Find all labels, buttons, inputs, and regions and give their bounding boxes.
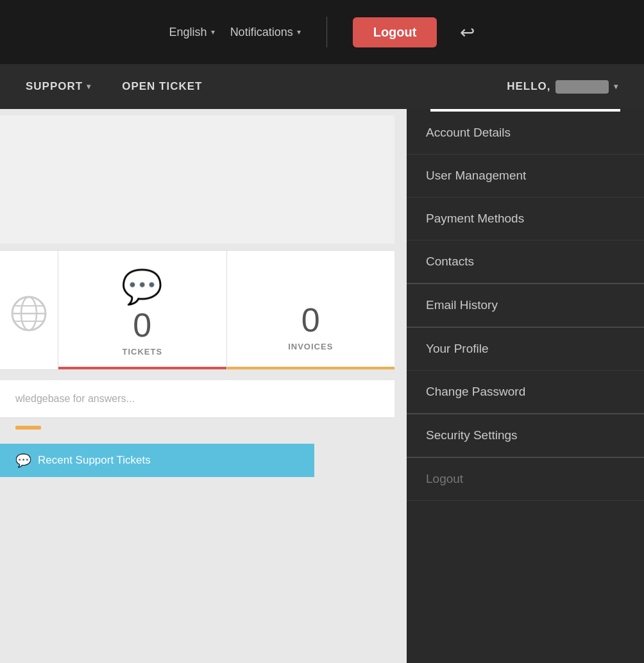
logout-button[interactable]: Logout xyxy=(353,17,437,47)
dropdown-item-change-password[interactable]: Change Password xyxy=(407,371,644,414)
search-placeholder-text: wledgebase for answers... xyxy=(15,393,135,404)
your-profile-label: Your Profile xyxy=(426,342,489,356)
notifications-chevron-icon: ▾ xyxy=(297,28,301,37)
account-details-label: Account Details xyxy=(426,126,511,140)
user-management-label: User Management xyxy=(426,169,526,183)
invoices-count: 0 xyxy=(301,303,320,337)
tickets-card: 💬 0 TICKETS xyxy=(58,251,227,369)
invoices-card: 0 INVOICES xyxy=(227,251,395,369)
dropdown-item-payment-methods[interactable]: Payment Methods xyxy=(407,197,644,240)
globe-card xyxy=(0,251,58,369)
user-menu-chevron-icon: ▾ xyxy=(614,82,618,91)
top-bar-divider xyxy=(326,17,327,47)
invoices-label: INVOICES xyxy=(288,342,333,351)
email-history-label: Email History xyxy=(426,298,498,312)
stats-area xyxy=(0,115,394,244)
notifications-button[interactable]: Notifications ▾ xyxy=(230,26,301,39)
nav-left: SUPPORT ▾ OPEN TICKET xyxy=(26,80,202,93)
dropdown-logout-label: Logout xyxy=(426,472,463,486)
language-label: English xyxy=(169,26,207,39)
invoices-bar xyxy=(227,367,395,369)
user-dropdown-menu: Account Details User Management Payment … xyxy=(407,109,644,663)
recent-tickets-label: Recent Support Tickets xyxy=(38,454,151,467)
language-chevron-icon: ▾ xyxy=(211,28,215,37)
support-label: SUPPORT xyxy=(26,80,83,93)
language-button[interactable]: English ▾ xyxy=(169,26,215,39)
orange-indicator-row xyxy=(0,418,394,437)
notifications-label: Notifications xyxy=(230,26,293,39)
hello-user-button[interactable]: HELLO, ████ ▾ xyxy=(507,80,618,94)
change-password-label: Change Password xyxy=(426,385,525,399)
dropdown-item-account-details[interactable]: Account Details xyxy=(407,112,644,155)
open-ticket-label: OPEN TICKET xyxy=(122,80,202,93)
dropdown-item-contacts[interactable]: Contacts xyxy=(407,240,644,283)
dropdown-item-your-profile[interactable]: Your Profile xyxy=(407,327,644,371)
top-bar: English ▾ Notifications ▾ Logout ↩ xyxy=(0,0,644,64)
open-ticket-button[interactable]: OPEN TICKET xyxy=(122,80,202,93)
support-menu-button[interactable]: SUPPORT ▾ xyxy=(26,80,91,93)
cards-row: 💬 0 TICKETS 0 INVOICES xyxy=(0,250,394,370)
orange-indicator xyxy=(15,426,41,430)
dropdown-item-logout[interactable]: Logout xyxy=(407,457,644,501)
dropdown-item-security-settings[interactable]: Security Settings xyxy=(407,414,644,457)
support-chevron-icon: ▾ xyxy=(87,82,91,91)
top-bar-left: English ▾ Notifications ▾ Logout ↩ xyxy=(169,17,475,47)
tickets-label: TICKETS xyxy=(122,347,162,357)
contacts-label: Contacts xyxy=(426,255,474,269)
globe-icon xyxy=(10,294,48,333)
dropdown-item-email-history[interactable]: Email History xyxy=(407,283,644,327)
nav-bar: SUPPORT ▾ OPEN TICKET HELLO, ████ ▾ xyxy=(0,64,644,109)
main-content: 💬 0 TICKETS 0 INVOICES wledgebase for an… xyxy=(0,109,644,663)
dropdown-item-user-management[interactable]: User Management xyxy=(407,155,644,197)
security-settings-label: Security Settings xyxy=(426,428,518,442)
tickets-bar xyxy=(58,367,226,369)
username-display: ████ xyxy=(555,80,609,94)
payment-methods-label: Payment Methods xyxy=(426,212,524,226)
recent-tickets-icon: 💬 xyxy=(15,453,31,468)
left-content: 💬 0 TICKETS 0 INVOICES wledgebase for an… xyxy=(0,109,394,663)
search-area: wledgebase for answers... xyxy=(0,380,394,418)
hello-label: HELLO, xyxy=(507,80,550,93)
exit-icon[interactable]: ↩ xyxy=(460,22,475,43)
chat-icon: 💬 xyxy=(121,270,163,303)
tickets-count: 0 xyxy=(133,308,151,342)
recent-tickets-header: 💬 Recent Support Tickets xyxy=(0,444,314,477)
